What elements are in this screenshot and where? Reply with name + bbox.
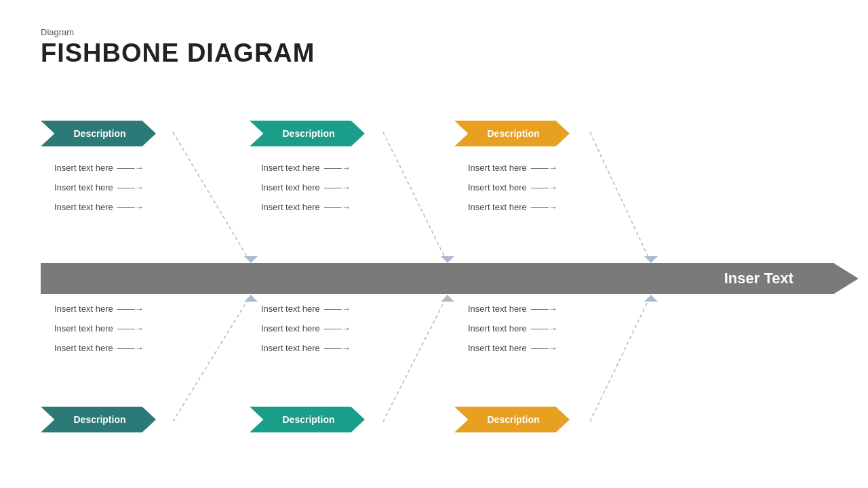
- col2-top-chevron: Description: [250, 121, 365, 146]
- arrow-icon: ——→: [117, 323, 144, 333]
- list-item: Insert text here ——→: [261, 343, 351, 353]
- col3-bottom-chevron: Description: [454, 407, 570, 432]
- arrow-icon: ——→: [531, 343, 557, 353]
- col1-bot-description-label: Description: [41, 407, 156, 432]
- arrow-icon: ——→: [324, 304, 351, 314]
- list-item: Insert text here ——→: [261, 304, 351, 314]
- page-title: FISHBONE DIAGRAM: [41, 39, 827, 68]
- list-item: Insert text here ——→: [261, 202, 351, 212]
- svg-marker-7: [441, 256, 454, 263]
- list-item: Insert text here ——→: [468, 182, 557, 192]
- arrow-icon: ——→: [117, 304, 144, 314]
- col2-bottom-chevron: Description: [250, 407, 365, 432]
- arrow-icon: ——→: [117, 182, 144, 192]
- col2-top-items: Insert text here ——→ Insert text here ——…: [261, 163, 351, 212]
- svg-line-4: [383, 295, 448, 422]
- arrow-icon: ——→: [324, 182, 351, 192]
- col3-top-items: Insert text here ——→ Insert text here ——…: [468, 163, 557, 212]
- arrow-icon: ——→: [531, 304, 557, 314]
- col1-top-items: Insert text here ——→ Insert text here ——…: [54, 163, 144, 212]
- arrow-icon: ——→: [117, 163, 144, 173]
- col2-description-label: Description: [250, 121, 365, 146]
- list-item: Insert text here ——→: [54, 202, 144, 212]
- arrow-icon: ——→: [324, 163, 351, 173]
- svg-line-0: [173, 132, 251, 263]
- spine-text: Inser Text: [724, 270, 834, 287]
- header-label: Diagram: [41, 27, 827, 37]
- arrow-icon: ——→: [324, 323, 351, 333]
- col1-bottom-items: Insert text here ——→ Insert text here ——…: [54, 304, 144, 353]
- arrow-icon: ——→: [531, 323, 557, 333]
- col2-bot-description-label: Description: [250, 407, 365, 432]
- list-item: Insert text here ——→: [468, 323, 557, 333]
- list-item: Insert text here ——→: [261, 182, 351, 192]
- list-item: Insert text here ——→: [261, 163, 351, 173]
- arrow-icon: ——→: [531, 202, 557, 212]
- arrow-icon: ——→: [531, 163, 557, 173]
- list-item: Insert text here ——→: [468, 343, 557, 353]
- arrow-icon: ——→: [324, 202, 351, 212]
- arrow-icon: ——→: [117, 202, 144, 212]
- svg-marker-11: [644, 295, 658, 302]
- col3-bot-description-label: Description: [454, 407, 570, 432]
- col1-bottom-chevron: Description: [41, 407, 156, 432]
- list-item: Insert text here ——→: [54, 304, 144, 314]
- list-item: Insert text here ——→: [468, 163, 557, 173]
- spine-arrowhead: [833, 263, 859, 294]
- list-item: Insert text here ——→: [54, 323, 144, 333]
- list-item: Insert text here ——→: [54, 163, 144, 173]
- svg-line-3: [173, 295, 251, 422]
- col3-description-label: Description: [454, 121, 570, 146]
- list-item: Insert text here ——→: [261, 323, 351, 333]
- list-item: Insert text here ——→: [54, 343, 144, 353]
- arrow-icon: ——→: [324, 343, 351, 353]
- svg-marker-10: [441, 295, 454, 302]
- list-item: Insert text here ——→: [54, 182, 144, 192]
- svg-marker-6: [244, 256, 258, 263]
- col1-top-chevron: Description: [41, 121, 156, 146]
- list-item: Insert text here ——→: [468, 304, 557, 314]
- svg-marker-8: [644, 256, 658, 263]
- svg-line-5: [590, 295, 651, 422]
- list-item: Insert text here ——→: [468, 202, 557, 212]
- spine-bar: Inser Text: [41, 263, 834, 294]
- col2-bottom-items: Insert text here ——→ Insert text here ——…: [261, 304, 351, 353]
- arrow-icon: ——→: [117, 343, 144, 353]
- svg-line-2: [590, 132, 651, 263]
- svg-marker-9: [244, 295, 258, 302]
- arrow-icon: ——→: [531, 182, 557, 192]
- svg-line-1: [383, 132, 448, 263]
- col3-top-chevron: Description: [454, 121, 570, 146]
- col1-description-label: Description: [41, 121, 156, 146]
- col3-bottom-items: Insert text here ——→ Insert text here ——…: [468, 304, 557, 353]
